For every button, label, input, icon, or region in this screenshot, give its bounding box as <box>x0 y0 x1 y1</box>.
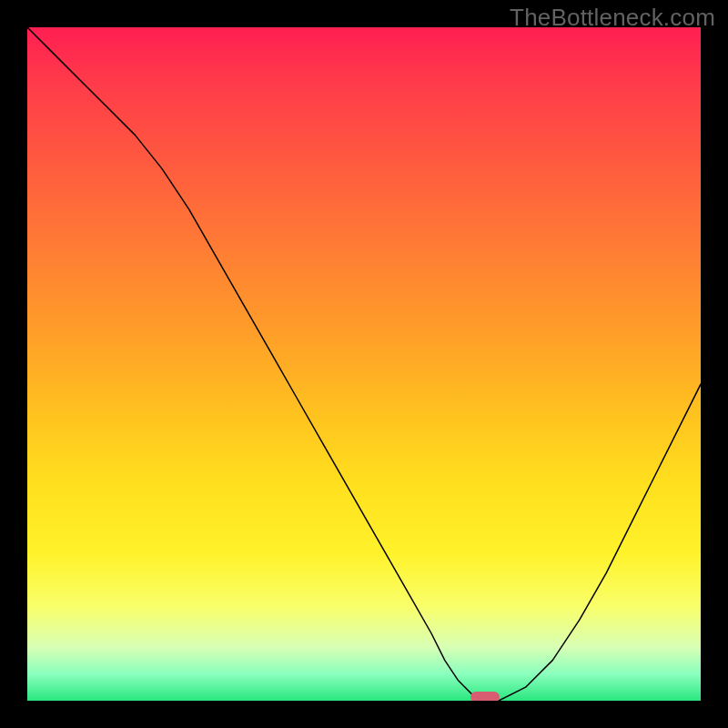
bottleneck-curve <box>27 27 701 701</box>
optimal-marker <box>470 692 500 701</box>
plot-area <box>27 27 701 701</box>
watermark-text: TheBottleneck.com <box>510 4 715 32</box>
curve-svg <box>27 27 701 701</box>
chart-frame: TheBottleneck.com <box>0 0 728 728</box>
